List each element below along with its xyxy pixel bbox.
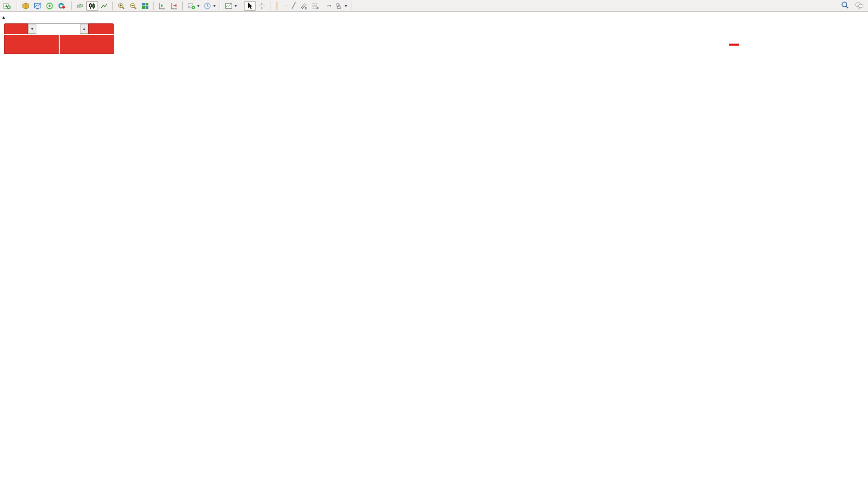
channel-tool-button[interactable]: E	[297, 1, 309, 11]
vline-icon: │	[275, 2, 279, 9]
price-level-tag	[729, 44, 739, 46]
expand-triangle-icon[interactable]: ▲	[2, 15, 6, 20]
vline-tool-button[interactable]: │	[273, 1, 281, 11]
fibonacci-icon: F	[311, 2, 319, 10]
new-chart-icon	[187, 2, 195, 10]
sell-price[interactable]	[4, 35, 59, 54]
new-order-icon	[3, 2, 11, 10]
separator	[182, 2, 183, 10]
volume-down-button[interactable]: ▼	[28, 24, 36, 34]
candlestick-chart-button[interactable]	[86, 1, 98, 11]
shapes-button[interactable]: ▾	[333, 1, 349, 11]
label-icon	[328, 5, 331, 6]
toolbar: ▾ ▾ ▾ │ ─ ╱ E F ▾	[0, 0, 868, 12]
volume-up-button[interactable]: ▲	[80, 24, 88, 34]
trendline-tool-button[interactable]: ╱	[290, 1, 297, 11]
new-chart-button[interactable]: ▾	[185, 1, 201, 11]
history-center-button[interactable]	[20, 1, 32, 11]
buy-button[interactable]	[88, 23, 114, 34]
autotrading-button[interactable]	[56, 1, 69, 11]
profiles-button[interactable]: ▾	[201, 1, 218, 11]
tile-windows-icon	[141, 2, 149, 10]
search-icon[interactable]	[841, 1, 849, 9]
auto-scroll-icon	[170, 2, 178, 10]
chart-canvas[interactable]	[0, 0, 868, 491]
separator	[71, 2, 72, 10]
label-tool-button[interactable]	[326, 1, 333, 11]
crosshair-button[interactable]	[256, 1, 268, 11]
separator	[241, 2, 242, 10]
hline-icon: ─	[283, 2, 288, 9]
zoom-out-button[interactable]	[127, 1, 139, 11]
text-tool-button[interactable]	[321, 1, 326, 11]
separator	[112, 2, 113, 10]
new-order-button[interactable]	[1, 1, 15, 11]
autotrading-icon	[58, 2, 65, 10]
chart-shift-icon	[158, 2, 166, 10]
tile-windows-button[interactable]	[139, 1, 151, 11]
separator	[17, 2, 18, 10]
chevron-down-icon: ▾	[345, 4, 347, 8]
separator	[270, 2, 271, 10]
zoom-in-icon	[117, 2, 125, 10]
indicator-icon	[225, 2, 233, 10]
signals-button[interactable]	[44, 1, 56, 11]
market-watch-button[interactable]	[32, 1, 44, 11]
separator	[220, 2, 221, 10]
chevron-down-icon: ▾	[213, 4, 215, 8]
sell-button[interactable]	[4, 23, 28, 34]
signal-icon	[46, 2, 53, 10]
monitor-icon	[34, 2, 42, 10]
indicators-button[interactable]: ▾	[223, 1, 239, 11]
shapes-icon	[335, 2, 343, 10]
zoom-in-button[interactable]	[115, 1, 127, 11]
crosshair-icon	[258, 2, 266, 10]
chart-area[interactable]	[0, 0, 868, 491]
candlestick-icon	[88, 2, 96, 10]
svg-text:E: E	[305, 7, 307, 10]
separator	[153, 2, 154, 10]
chart-shift-button[interactable]	[156, 1, 168, 11]
one-click-trade-widget: ▼ ▲	[4, 23, 114, 54]
volume-input[interactable]	[36, 24, 80, 34]
volume-stepper: ▼ ▲	[28, 23, 88, 34]
book-icon	[22, 2, 30, 10]
trendline-icon: ╱	[292, 2, 295, 9]
chevron-down-icon: ▾	[235, 4, 237, 8]
bar-chart-button[interactable]	[74, 1, 86, 11]
auto-scroll-button[interactable]	[168, 1, 180, 11]
channel-icon: E	[300, 2, 307, 10]
line-chart-icon	[100, 2, 108, 10]
svg-text:F: F	[317, 7, 319, 10]
cursor-button[interactable]	[244, 1, 256, 11]
chat-icon[interactable]	[855, 2, 864, 9]
zoom-out-icon	[129, 2, 137, 10]
bars-icon	[76, 2, 84, 10]
fibonacci-tool-button[interactable]: F	[309, 1, 321, 11]
line-chart-button[interactable]	[98, 1, 110, 11]
separator	[351, 2, 352, 10]
clock-icon	[204, 2, 211, 10]
cursor-icon	[246, 2, 254, 10]
symbol-info: ▲	[2, 13, 11, 20]
mt4-window: ▾ ▾ ▾ │ ─ ╱ E F ▾	[0, 0, 868, 491]
chevron-down-icon: ▾	[197, 4, 199, 8]
hline-tool-button[interactable]: ─	[281, 1, 290, 11]
buy-price[interactable]	[60, 35, 114, 54]
